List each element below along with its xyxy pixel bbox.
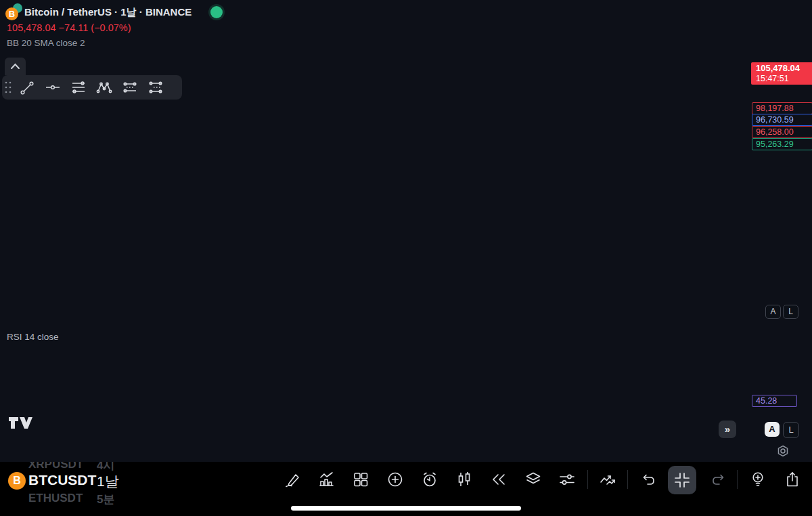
last-close-price-label: 96,258.00	[752, 126, 812, 138]
ideas-button[interactable]	[749, 471, 767, 488]
interval-selector[interactable]: 1날	[97, 472, 119, 491]
chart-settings-button[interactable]	[558, 471, 576, 488]
symbol-title[interactable]: Bitcoin / TetherUS · 1날 · BINANCE	[24, 6, 191, 19]
current-price-label: 105,478.04 15:47:51	[751, 62, 812, 85]
price-change-line: 105,478.04 −74.11 (−0.07%)	[7, 22, 131, 33]
trend-line-tool-button[interactable]	[14, 77, 40, 98]
btc-symbol-icon: B	[8, 472, 26, 490]
collapse-arrows-icon	[668, 466, 696, 494]
scroll-right-button[interactable]: »	[719, 421, 736, 438]
chevron-up-icon	[5, 58, 26, 75]
next-interval-item[interactable]: 5분	[97, 492, 114, 507]
redo-arrow-icon	[710, 471, 727, 488]
disjoint-channel-tool-button[interactable]	[117, 77, 143, 98]
add-button[interactable]	[386, 471, 404, 488]
next-symbol-item[interactable]: ETHUSDT	[28, 492, 83, 505]
gear-icon	[776, 444, 790, 458]
toolbar-divider	[737, 470, 738, 489]
rsi-value-label: 45.28	[752, 395, 797, 407]
compare-button[interactable]	[599, 471, 616, 488]
market-status-dot	[210, 6, 223, 18]
current-price-value: 105,478.04	[756, 62, 812, 74]
tradingview-app: B Bitcoin / TetherUS · 1날 · BINANCE 105,…	[0, 0, 812, 516]
parallel-lines-tool-button[interactable]	[66, 77, 91, 98]
bar-countdown: 15:47:51	[756, 74, 812, 84]
chart-canvas[interactable]	[0, 0, 812, 442]
candles-icon	[455, 471, 473, 488]
tradingview-logo	[8, 414, 32, 433]
chart-type-button[interactable]	[455, 471, 473, 488]
indicators-button[interactable]	[318, 471, 336, 488]
share-icon	[784, 471, 801, 488]
symbol-selector[interactable]: BTCUSDT	[28, 472, 96, 488]
redo-button[interactable]	[710, 471, 727, 488]
bb-upper-price-label: 98,197.88	[752, 102, 812, 114]
flat-channel-tool-button[interactable]	[143, 77, 168, 98]
auto-scale-button[interactable]: A	[765, 305, 781, 319]
grid-icon	[352, 471, 369, 488]
rsi-indicator-label[interactable]: RSI 14 close	[7, 332, 59, 342]
toolbar-divider	[587, 470, 588, 489]
log-scale-button[interactable]: L	[783, 305, 798, 319]
drawing-toolbar	[2, 75, 182, 100]
drag-handle-icon[interactable]	[2, 77, 14, 98]
sliders-icon	[558, 471, 576, 488]
alerts-button[interactable]	[421, 471, 438, 488]
zigzag-arrows-icon	[599, 471, 616, 488]
undo-button[interactable]	[639, 471, 657, 488]
toolbar-divider	[627, 470, 628, 489]
toolbar-collapse-tab[interactable]	[5, 58, 26, 75]
rewind-icon	[490, 471, 508, 488]
time-axis-settings-button[interactable]	[776, 444, 790, 458]
plus-circle-icon	[386, 471, 404, 488]
horizontal-line-tool-button[interactable]	[40, 77, 66, 98]
indicators-icon	[318, 471, 336, 488]
alarm-clock-icon	[421, 471, 438, 488]
rsi-log-scale-button[interactable]: L	[783, 422, 799, 438]
bb-lower-price-label: 95,263.29	[752, 138, 812, 150]
rsi-auto-scale-button[interactable]: A	[765, 422, 780, 437]
draw-button[interactable]	[284, 471, 302, 488]
layers-icon	[524, 471, 542, 488]
pencil-icon	[284, 471, 302, 488]
pattern-tool-button[interactable]	[91, 77, 117, 98]
prev-symbol-item[interactable]: XRPUSDT	[28, 462, 83, 471]
share-button[interactable]	[784, 471, 801, 488]
bb-indicator-label[interactable]: BB 20 SMA close 2	[7, 38, 85, 48]
collapse-view-button[interactable]	[668, 466, 696, 494]
replay-button[interactable]	[490, 471, 508, 488]
undo-arrow-icon	[639, 471, 657, 488]
bb-basis-price-label: 96,730.59	[752, 114, 812, 126]
home-indicator[interactable]	[291, 506, 521, 511]
object-tree-button[interactable]	[524, 471, 542, 488]
lightbulb-plus-icon	[749, 471, 767, 488]
layout-grid-button[interactable]	[352, 471, 369, 488]
bitcoin-coin-icon: B	[5, 7, 18, 20]
